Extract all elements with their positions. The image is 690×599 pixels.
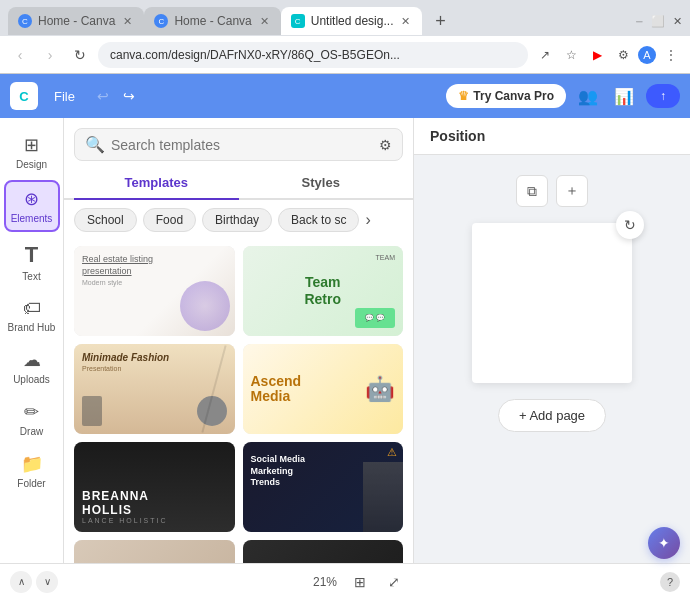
- scroll-down-button[interactable]: ∨: [36, 571, 58, 593]
- right-panel: Position ⧉ ＋ ↻ + Add page: [414, 118, 690, 563]
- sidebar-label-folder: Folder: [17, 478, 45, 489]
- sidebar-item-text[interactable]: T Text: [4, 236, 60, 288]
- chips-more-button[interactable]: ›: [365, 211, 370, 229]
- sidebar-label-uploads: Uploads: [13, 374, 50, 385]
- scroll-up-button[interactable]: ∧: [10, 571, 32, 593]
- tab-bar: C Home - Canva ✕ C Home - Canva ✕ C Unti…: [0, 0, 690, 36]
- menu-icon[interactable]: ⋮: [660, 44, 682, 66]
- history-buttons: ↩ ↪: [91, 84, 141, 108]
- sidebar-label-brand: Brand Hub: [8, 322, 56, 333]
- chip-back-to-school[interactable]: Back to sc: [278, 208, 359, 232]
- template-card-social[interactable]: ⚠ Social MediaMarketingTrends: [243, 442, 404, 532]
- tab-icon-3: C: [291, 14, 305, 28]
- sidebar-item-elements[interactable]: ⊛ Elements: [4, 180, 60, 232]
- tab-styles[interactable]: Styles: [239, 167, 404, 198]
- bottom-center: 21% ⊞ ⤢: [313, 571, 405, 593]
- chip-food[interactable]: Food: [143, 208, 196, 232]
- tab-icon-1: C: [18, 14, 32, 28]
- templates-grid: Real estate listingpresentation Modern s…: [64, 240, 413, 563]
- sidebar-item-uploads[interactable]: ☁ Uploads: [4, 343, 60, 391]
- redo-button[interactable]: ↪: [117, 84, 141, 108]
- bottom-bar: ∧ ∨ 21% ⊞ ⤢ ?: [0, 563, 690, 599]
- draw-icon: ✏: [24, 401, 39, 423]
- workspace: ⊞ Design ⊛ Elements T Text 🏷 Brand Hub ☁…: [0, 118, 690, 563]
- play-icon[interactable]: ▶: [586, 44, 608, 66]
- help-button[interactable]: ?: [660, 572, 680, 592]
- chart-icon[interactable]: 📊: [610, 82, 638, 110]
- browser-tab-3[interactable]: C Untitled desig... ✕: [281, 7, 423, 35]
- copy-canvas-button[interactable]: ⧉: [516, 175, 548, 207]
- template-row-3: BREANNAHOLLIS LANCE HOLISTIC ⚠ Social Me…: [74, 442, 403, 532]
- search-input[interactable]: [111, 137, 373, 153]
- filter-icon[interactable]: ⚙: [379, 137, 392, 153]
- puzzle-icon[interactable]: ⚙: [612, 44, 634, 66]
- add-page-button[interactable]: + Add page: [498, 399, 606, 432]
- right-panel-body: ⧉ ＋ ↻ + Add page: [414, 155, 690, 563]
- file-button[interactable]: File: [46, 85, 83, 108]
- profile-icon[interactable]: A: [638, 46, 656, 64]
- bookmark-icon[interactable]: ☆: [560, 44, 582, 66]
- add-canvas-button[interactable]: ＋: [556, 175, 588, 207]
- new-tab-button[interactable]: +: [426, 7, 454, 35]
- template-card-ascend[interactable]: AscendMedia 🤖: [243, 344, 404, 434]
- share-button[interactable]: ↑: [646, 84, 680, 108]
- elements-icon: ⊛: [24, 188, 39, 210]
- bottom-left: ∧ ∨: [10, 571, 58, 593]
- refresh-canvas-button[interactable]: ↻: [616, 211, 644, 239]
- share-address-icon[interactable]: ↗: [534, 44, 556, 66]
- template-card-fashion[interactable]: Minimade Fashion Presentation: [74, 344, 235, 434]
- header-right: 👥 📊 ↑: [574, 82, 680, 110]
- sidebar-label-design: Design: [16, 159, 47, 170]
- tab-label-1: Home - Canva: [38, 14, 115, 28]
- browser-tab-1[interactable]: C Home - Canva ✕: [8, 7, 144, 35]
- brand-icon: 🏷: [23, 298, 41, 319]
- template-card-event[interactable]: STUDIO KNOWSEVENT PLANNING: [74, 540, 235, 563]
- share-label: ↑: [660, 89, 666, 103]
- refresh-button[interactable]: ↻: [68, 43, 92, 67]
- template-row-4: STUDIO KNOWSEVENT PLANNING YOUR: [74, 540, 403, 563]
- address-input[interactable]: [98, 42, 528, 68]
- header-left: C File ↩ ↪: [10, 82, 141, 110]
- tab-icon-2: C: [154, 14, 168, 28]
- chip-school[interactable]: School: [74, 208, 137, 232]
- tab-label-3: Untitled desig...: [311, 14, 394, 28]
- ai-assistant-button[interactable]: ✦: [648, 527, 680, 559]
- back-button[interactable]: ‹: [8, 43, 32, 67]
- sidebar-item-folder[interactable]: 📁 Folder: [4, 447, 60, 495]
- template-card-your[interactable]: YOUR: [243, 540, 404, 563]
- undo-button[interactable]: ↩: [91, 84, 115, 108]
- filter-chips: School Food Birthday Back to sc ›: [64, 200, 413, 240]
- forward-button[interactable]: ›: [38, 43, 62, 67]
- sidebar-item-design[interactable]: ⊞ Design: [4, 128, 60, 176]
- right-panel-header: Position: [414, 118, 690, 155]
- tab-templates[interactable]: Templates: [74, 167, 239, 200]
- try-pro-button[interactable]: ♛ Try Canva Pro: [446, 84, 566, 108]
- canvas-area: ↻: [472, 223, 632, 383]
- people-icon[interactable]: 👥: [574, 82, 602, 110]
- expand-icon[interactable]: ⤢: [383, 571, 405, 593]
- template-card-team-retro[interactable]: TeamRetro 💬 💬 TEAM: [243, 246, 404, 336]
- design-icon: ⊞: [24, 134, 39, 156]
- canva-logo: C: [10, 82, 38, 110]
- template-card-real-estate[interactable]: Real estate listingpresentation Modern s…: [74, 246, 235, 336]
- text-icon: T: [25, 242, 38, 268]
- template-row-1: Real estate listingpresentation Modern s…: [74, 246, 403, 336]
- window-controls: ⏤ ⬜ ✕: [636, 15, 682, 28]
- uploads-icon: ☁: [23, 349, 41, 371]
- chip-birthday[interactable]: Birthday: [202, 208, 272, 232]
- panel-tabs: Templates Styles: [64, 167, 413, 200]
- template-card-breanna[interactable]: BREANNAHOLLIS LANCE HOLISTIC: [74, 442, 235, 532]
- app-header: C File ↩ ↪ ♛ Try Canva Pro 👥 📊 ↑: [0, 74, 690, 118]
- sidebar: ⊞ Design ⊛ Elements T Text 🏷 Brand Hub ☁…: [0, 118, 64, 563]
- address-icons: ↗ ☆ ▶ ⚙ A ⋮: [534, 44, 682, 66]
- browser-tab-2[interactable]: C Home - Canva ✕: [144, 7, 280, 35]
- tab-close-1[interactable]: ✕: [121, 15, 134, 28]
- tab-close-3[interactable]: ✕: [399, 15, 412, 28]
- address-bar: ‹ › ↻ ↗ ☆ ▶ ⚙ A ⋮: [0, 36, 690, 74]
- sidebar-item-draw[interactable]: ✏ Draw: [4, 395, 60, 443]
- tab-close-2[interactable]: ✕: [258, 15, 271, 28]
- search-section: 🔍 ⚙: [64, 118, 413, 167]
- grid-view-icon[interactable]: ⊞: [349, 571, 371, 593]
- ai-star-icon: ✦: [658, 535, 670, 551]
- sidebar-item-brand[interactable]: 🏷 Brand Hub: [4, 292, 60, 339]
